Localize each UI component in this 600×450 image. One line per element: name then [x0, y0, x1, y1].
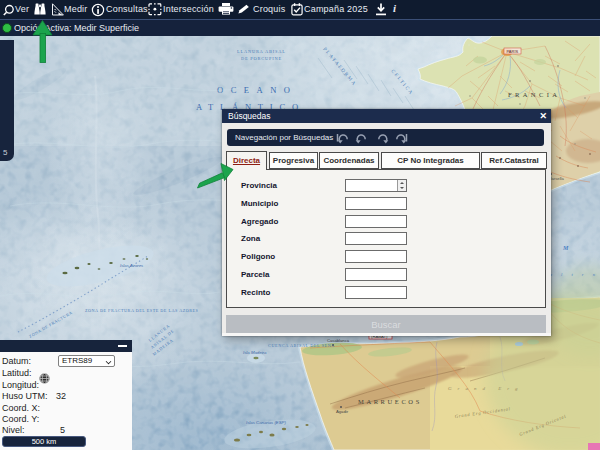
svg-text:Islas Canarias (ESP): Islas Canarias (ESP) — [246, 420, 286, 425]
svg-text:OCEANO: OCEANO — [217, 85, 297, 95]
svg-text:Agadir: Agadir — [336, 409, 349, 414]
svg-text:Islas Azores: Islas Azores — [120, 263, 144, 268]
svg-text:CUENCA ABISAL DEL SENA: CUENCA ABISAL DEL SENA — [268, 343, 335, 348]
svg-text:Isla Madeira: Isla Madeira — [243, 350, 267, 355]
svg-text:M: M — [562, 245, 569, 251]
svg-text:Grand Erg: Grand Erg — [448, 386, 524, 391]
svg-text:DE PORCUPINE: DE PORCUPINE — [241, 56, 282, 61]
svg-text:LLANURA ABISAL: LLANURA ABISAL — [237, 49, 286, 54]
svg-text:ZONA DE FRACTURA DEL ESTE DE L: ZONA DE FRACTURA DEL ESTE DE LAS AZORES — [85, 308, 199, 313]
svg-text:e l t r n: e l t r n — [550, 272, 599, 277]
svg-text:FRANCIA: FRANCIA — [508, 91, 560, 98]
svg-text:PARIS: PARIS — [507, 49, 519, 54]
svg-text:MARRUECOS: MARRUECOS — [358, 398, 422, 405]
